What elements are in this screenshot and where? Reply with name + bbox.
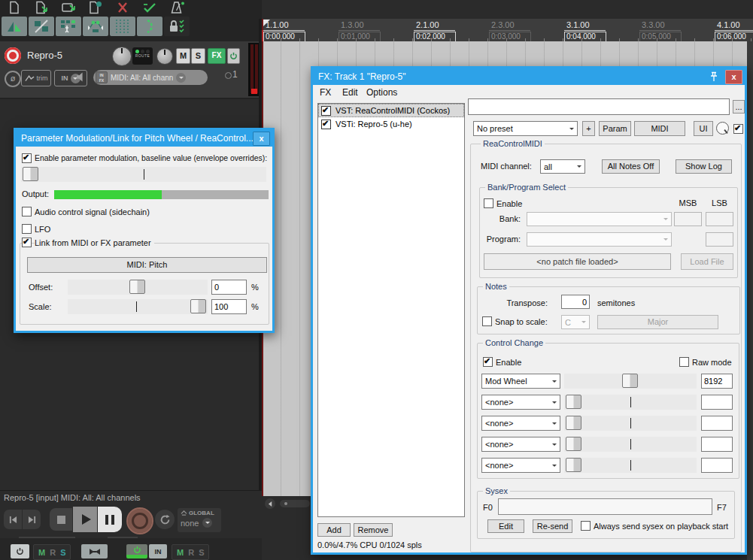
toolbar-button-unlink[interactable] bbox=[29, 17, 54, 36]
fx-enabled-checkbox[interactable] bbox=[321, 106, 331, 116]
cc-slider[interactable] bbox=[564, 374, 697, 389]
close-button[interactable]: x bbox=[725, 70, 742, 84]
menu-options[interactable]: Options bbox=[366, 87, 397, 98]
load-file-button[interactable]: Load File bbox=[681, 253, 733, 270]
cc-source-select[interactable]: Mod Wheel bbox=[481, 374, 560, 389]
record-button[interactable] bbox=[126, 507, 153, 534]
lfo-checkbox[interactable] bbox=[22, 224, 32, 234]
go-to-start-button[interactable] bbox=[4, 510, 22, 529]
midi-channel-select[interactable]: all bbox=[540, 159, 585, 174]
cc-slider[interactable] bbox=[564, 395, 697, 410]
go-to-end-button[interactable] bbox=[23, 510, 41, 529]
baseline-slider[interactable] bbox=[21, 167, 266, 182]
stop-button[interactable] bbox=[50, 508, 72, 531]
key-select[interactable]: C bbox=[561, 315, 590, 329]
mute-button[interactable]: M bbox=[38, 548, 45, 557]
fx-enabled-checkbox[interactable] bbox=[321, 120, 331, 129]
audio-control-checkbox[interactable] bbox=[22, 207, 32, 216]
link-checkbox[interactable] bbox=[22, 238, 32, 247]
item-mix-button[interactable] bbox=[81, 544, 108, 558]
always-send-sysex-checkbox[interactable] bbox=[581, 521, 591, 531]
zoom-slider-thumb[interactable] bbox=[284, 502, 287, 505]
sysex-resend-button[interactable]: Re-send bbox=[533, 519, 572, 533]
cc-source-select[interactable]: <none> bbox=[481, 458, 560, 473]
fx-enable-checkbox[interactable] bbox=[733, 124, 743, 134]
scroll-left-button[interactable] bbox=[265, 498, 275, 509]
cc-slider-handle[interactable] bbox=[566, 437, 581, 451]
repeat-button[interactable] bbox=[155, 510, 175, 529]
close-button[interactable]: x bbox=[253, 132, 270, 146]
monitor-speaker-icon[interactable] bbox=[76, 71, 87, 86]
track-select-dot[interactable] bbox=[225, 72, 232, 79]
snap-to-scale-checkbox[interactable] bbox=[482, 316, 492, 326]
preset-select[interactable]: No preset bbox=[473, 121, 578, 136]
solo-button[interactable]: S bbox=[60, 548, 65, 557]
mute-button[interactable]: M bbox=[176, 48, 190, 64]
ui-button[interactable]: UI bbox=[694, 121, 713, 136]
record-button[interactable]: R bbox=[188, 548, 194, 557]
fx-button[interactable]: FX bbox=[208, 48, 226, 64]
record-button[interactable]: R bbox=[50, 548, 56, 557]
wet-dry-knob[interactable] bbox=[716, 122, 729, 135]
toolbar-button-lock[interactable] bbox=[164, 17, 190, 36]
cc-slider-handle[interactable] bbox=[566, 416, 581, 430]
sysex-input[interactable] bbox=[498, 498, 712, 515]
sysex-edit-button[interactable]: Edit bbox=[487, 519, 524, 533]
preset-plus-button[interactable]: + bbox=[582, 121, 595, 136]
browse-button[interactable]: ... bbox=[733, 100, 745, 114]
toolbar-button-envelope-points[interactable] bbox=[83, 17, 108, 36]
zoom-slider[interactable] bbox=[280, 500, 310, 507]
track-power-button[interactable] bbox=[126, 544, 147, 558]
show-log-button[interactable]: Show Log bbox=[676, 159, 732, 174]
offset-slider-handle[interactable] bbox=[129, 280, 145, 294]
scale-slider-handle[interactable] bbox=[190, 299, 206, 313]
bank-lsb-input[interactable] bbox=[706, 212, 733, 226]
cc-slider-handle[interactable] bbox=[622, 374, 638, 388]
route-button[interactable]: ROUTE bbox=[132, 47, 153, 65]
toolbar-button-grid-edit[interactable] bbox=[56, 17, 81, 36]
scale-slider[interactable] bbox=[68, 299, 208, 314]
track-name[interactable]: Repro-5 bbox=[27, 50, 62, 61]
cc-slider-handle[interactable] bbox=[566, 458, 581, 472]
cc-value-input[interactable] bbox=[701, 416, 733, 431]
toolbar-button-save-project[interactable] bbox=[56, 0, 81, 15]
cc-slider-handle[interactable] bbox=[566, 395, 581, 409]
fx-chain-item[interactable]: VSTi: Repro-5 (u-he) bbox=[318, 117, 464, 131]
menu-edit[interactable]: Edit bbox=[342, 87, 358, 98]
trim-envelope-button[interactable]: trim bbox=[21, 70, 51, 86]
midi-button[interactable]: MIDI bbox=[634, 121, 685, 136]
param-button[interactable]: Param bbox=[599, 121, 631, 136]
fx-chain-item[interactable]: VST: ReaControlMIDI (Cockos) bbox=[318, 104, 464, 117]
fx-window-titlebar[interactable]: FX: Track 1 "Repro-5" x bbox=[313, 68, 745, 85]
master-power-button[interactable] bbox=[11, 544, 29, 558]
toolbar-button-snap[interactable] bbox=[137, 17, 162, 36]
toolbar-button-project-settings[interactable] bbox=[83, 0, 108, 15]
cc-source-select[interactable]: <none> bbox=[481, 416, 560, 431]
bank-enable-checkbox[interactable] bbox=[484, 198, 493, 208]
cc-source-select[interactable]: <none> bbox=[481, 395, 560, 410]
cc-source-select[interactable]: <none> bbox=[481, 437, 560, 452]
bank-msb-input[interactable] bbox=[674, 212, 702, 226]
pan-knob[interactable] bbox=[156, 48, 173, 65]
offset-slider[interactable] bbox=[68, 280, 208, 295]
arrange-vscrollbar[interactable] bbox=[747, 41, 753, 560]
mute-button[interactable]: M bbox=[177, 548, 184, 557]
toolbar-button-new-project[interactable] bbox=[2, 0, 27, 15]
fx-chain-list[interactable]: VST: ReaControlMIDI (Cockos) VSTi: Repro… bbox=[317, 103, 465, 517]
cc-value-input[interactable] bbox=[701, 374, 733, 389]
fx-bypass-power-button[interactable] bbox=[227, 48, 240, 64]
global-automation-control[interactable]: GLOBAL none bbox=[178, 508, 221, 532]
offset-value-input[interactable] bbox=[211, 280, 247, 295]
fx-comment-input[interactable] bbox=[468, 98, 730, 115]
cc-slider[interactable] bbox=[564, 416, 697, 431]
transpose-input[interactable] bbox=[561, 295, 590, 309]
toolbar-button-media-items[interactable] bbox=[2, 17, 27, 36]
cc-value-input[interactable] bbox=[701, 437, 733, 452]
toolbar-button-open-project[interactable] bbox=[29, 0, 54, 15]
enable-modulation-checkbox[interactable] bbox=[22, 153, 32, 163]
toolbar-button-check[interactable] bbox=[137, 0, 162, 15]
param-modulation-titlebar[interactable]: Parameter Modulation/Link for Pitch Whee… bbox=[16, 130, 272, 147]
toolbar-button-cross[interactable] bbox=[110, 0, 135, 15]
toolbar-button-metronome[interactable] bbox=[164, 0, 190, 15]
bank-select[interactable] bbox=[527, 212, 672, 226]
